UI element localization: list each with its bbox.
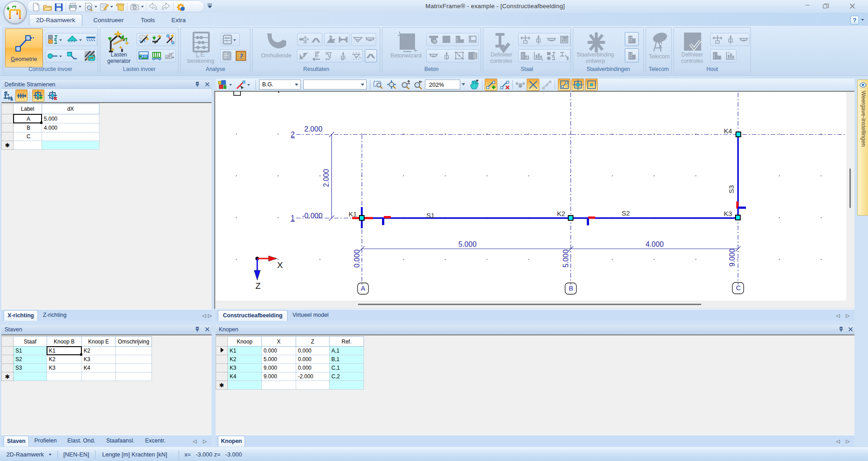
- svg-text:K1: K1: [349, 210, 357, 218]
- svg-text:9.000: 9.000: [728, 249, 736, 267]
- svg-text:4.000: 4.000: [646, 240, 664, 248]
- svg-text:5.000: 5.000: [562, 249, 570, 268]
- svg-text:2.000: 2.000: [304, 125, 322, 133]
- svg-text:K4: K4: [724, 127, 732, 135]
- svg-text:S1: S1: [426, 212, 434, 219]
- svg-text:X: X: [277, 260, 283, 270]
- svg-text:2.000: 2.000: [322, 169, 330, 187]
- svg-text:S3: S3: [727, 185, 735, 193]
- svg-text:K2: K2: [557, 210, 565, 217]
- svg-text:1: 1: [291, 214, 295, 222]
- svg-text:K3: K3: [724, 210, 732, 217]
- svg-text:A: A: [361, 284, 365, 292]
- svg-text:S2: S2: [622, 209, 630, 217]
- svg-text:0.000: 0.000: [353, 249, 361, 268]
- svg-text:-0.000: -0.000: [302, 212, 322, 220]
- svg-text:Z: Z: [255, 281, 261, 291]
- svg-text:2: 2: [291, 131, 295, 138]
- svg-text:B: B: [569, 284, 573, 292]
- svg-text:5.000: 5.000: [458, 240, 476, 248]
- svg-text:?: ?: [237, 52, 241, 58]
- svg-text:C: C: [736, 284, 741, 292]
